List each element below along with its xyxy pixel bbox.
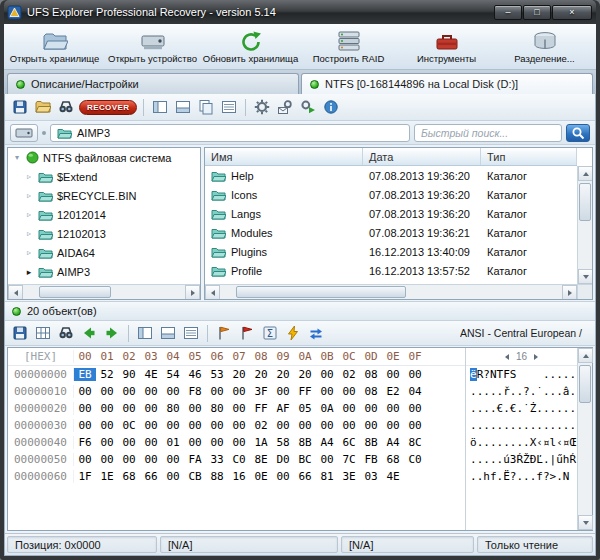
ansi-char[interactable]: € <box>497 402 504 415</box>
expander-open-icon[interactable]: ▾ <box>12 153 22 162</box>
ansi-char[interactable]: ? <box>523 385 530 398</box>
ansi-char[interactable]: f <box>536 470 543 483</box>
hex-byte[interactable]: 80 <box>206 402 228 415</box>
hex-byte[interactable]: 00 <box>74 385 96 398</box>
hex-byte[interactable]: 00 <box>96 436 118 449</box>
sigma-icon[interactable]: Σ <box>260 323 280 343</box>
ansi-char[interactable]: . <box>503 436 510 449</box>
expander-closed-icon[interactable]: ▹ <box>24 210 34 219</box>
toolbar-partition-button[interactable]: Разделение... <box>496 25 593 68</box>
ansi-char[interactable]: . <box>569 419 576 432</box>
hex-byte[interactable]: 00 <box>228 419 250 432</box>
scroll-up-button[interactable] <box>578 348 593 363</box>
scroll-track[interactable] <box>23 285 185 299</box>
list-icon[interactable] <box>219 97 239 117</box>
hex-byte[interactable]: 46 <box>184 368 206 381</box>
hex-byte[interactable]: 00 <box>228 436 250 449</box>
hex-byte[interactable]: 00 <box>382 419 404 432</box>
scroll-thumb[interactable] <box>579 183 591 221</box>
ansi-char[interactable]: . <box>516 419 523 432</box>
gear-icon[interactable] <box>252 97 272 117</box>
hex-byte[interactable]: 68 <box>118 470 140 483</box>
tree-item-12012014[interactable]: ▹12012014 <box>8 205 200 224</box>
hex-byte[interactable]: 00 <box>338 385 360 398</box>
hex-byte[interactable]: 8B <box>294 436 316 449</box>
scroll-up-button[interactable] <box>578 166 593 181</box>
hex-byte[interactable]: 00 <box>140 453 162 466</box>
ansi-char[interactable]: . <box>563 402 570 415</box>
tree-root[interactable]: ▾NTFS файловая система <box>8 148 200 167</box>
column-header-0[interactable]: Имя <box>205 148 363 165</box>
ansi-char[interactable]: ˙ <box>523 402 530 415</box>
scroll-track[interactable] <box>578 363 592 515</box>
hex-byte[interactable]: 00 <box>228 402 250 415</box>
ansi-char[interactable]: . <box>536 402 543 415</box>
ansi-char[interactable] <box>516 368 523 381</box>
hex-byte[interactable]: 8B <box>360 436 382 449</box>
ansi-char[interactable]: . <box>477 436 484 449</box>
minimize-button[interactable]: – <box>494 5 522 20</box>
hex-byte[interactable]: 53 <box>206 368 228 381</box>
hex-byte[interactable]: 58 <box>272 436 294 449</box>
scroll-right-button[interactable] <box>185 285 200 300</box>
ansi-char[interactable]: . <box>490 402 497 415</box>
hex-vertical-scrollbar[interactable] <box>577 348 592 530</box>
ansi-char[interactable]: . <box>483 453 490 466</box>
list-icon[interactable] <box>181 323 201 343</box>
ansi-char[interactable]: Ŕ <box>569 453 576 466</box>
ansi-char[interactable]: â <box>563 385 570 398</box>
hex-byte[interactable]: 00 <box>338 419 360 432</box>
hex-byte[interactable]: 00 <box>272 470 294 483</box>
scroll-down-button[interactable] <box>578 269 593 284</box>
hex-byte[interactable]: 00 <box>184 436 206 449</box>
hex-byte[interactable]: 0A <box>316 402 338 415</box>
hex-byte[interactable]: 0E <box>250 470 272 483</box>
file-row[interactable]: Help07.08.2013 19:36:20Каталог <box>205 166 577 185</box>
tree-horizontal-scrollbar[interactable] <box>8 284 200 299</box>
ansi-char[interactable]: . <box>483 436 490 449</box>
tree-item-AIMP3[interactable]: ▸AIMP3 <box>8 262 200 281</box>
ansi-char[interactable]: . <box>556 470 563 483</box>
ansi-char[interactable]: . <box>530 385 537 398</box>
hex-byte[interactable]: 00 <box>294 419 316 432</box>
ansi-char[interactable]: | <box>550 453 557 466</box>
hex-byte[interactable]: 8C <box>404 436 426 449</box>
toolbar-refresh-storages-button[interactable]: Обновить хранилища <box>202 25 299 68</box>
ansi-char[interactable]: . <box>470 419 477 432</box>
ansi-char[interactable]: . <box>563 419 570 432</box>
hex-byte[interactable]: 00 <box>360 419 382 432</box>
hex-byte[interactable]: 00 <box>316 419 338 432</box>
grid-icon[interactable] <box>33 323 53 343</box>
ansi-char[interactable]: . <box>556 419 563 432</box>
prev-columns-icon[interactable] <box>505 354 509 360</box>
ansi-char[interactable]: . <box>510 436 517 449</box>
hex-byte[interactable]: F6 <box>74 436 96 449</box>
ansi-char[interactable]: . <box>516 470 523 483</box>
ansi-char[interactable]: . <box>569 402 576 415</box>
ansi-char[interactable]: . <box>477 402 484 415</box>
ansi-char[interactable]: T <box>497 368 504 381</box>
ansi-char[interactable]: ř <box>503 385 510 398</box>
ansi-char[interactable]: . <box>523 470 530 483</box>
breadcrumb[interactable]: AIMP3 <box>50 124 410 142</box>
hex-byte[interactable]: 00 <box>140 402 162 415</box>
ansi-char[interactable]: 3 <box>510 453 517 466</box>
tree-item-$Extend[interactable]: ▹$Extend <box>8 167 200 186</box>
hex-byte[interactable]: 00 <box>382 368 404 381</box>
search-input[interactable] <box>414 124 562 142</box>
hex-byte[interactable]: 02 <box>338 368 360 381</box>
ansi-char[interactable]: . <box>536 419 543 432</box>
hex-byte[interactable]: 68 <box>382 453 404 466</box>
ansi-char[interactable]: l <box>550 436 557 449</box>
ansi-char[interactable]: . <box>543 402 550 415</box>
hex-byte[interactable]: C0 <box>404 453 426 466</box>
hex-byte[interactable]: 20 <box>228 368 250 381</box>
hex-byte[interactable]: 04 <box>404 385 426 398</box>
ansi-char[interactable] <box>523 368 530 381</box>
hex-byte[interactable]: 00 <box>184 402 206 415</box>
hex-byte[interactable]: A4 <box>316 436 338 449</box>
ansi-char[interactable]: Đ <box>530 453 537 466</box>
hex-byte[interactable]: 00 <box>360 402 382 415</box>
panel-bottom-icon[interactable] <box>158 323 178 343</box>
hex-byte[interactable]: 03 <box>360 470 382 483</box>
